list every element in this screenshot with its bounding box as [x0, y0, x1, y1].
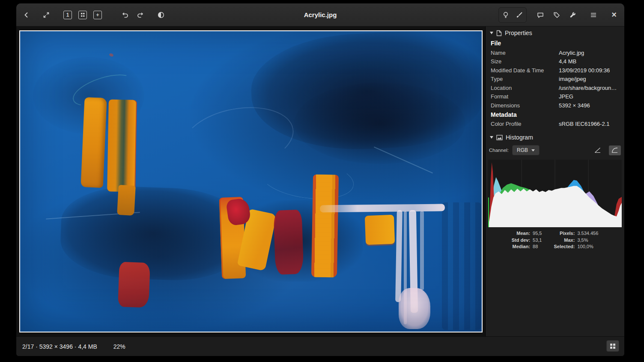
histogram-plot: [488, 160, 622, 227]
paint-stroke-orange: [311, 174, 338, 277]
chevron-down-icon: [531, 149, 535, 151]
stat-value: 95,5: [533, 231, 542, 236]
paint-drip-white: [395, 210, 402, 302]
metadata-heading: Metadata: [486, 110, 624, 120]
toolbar-left: 1 +: [20, 8, 168, 22]
histogram-display[interactable]: [488, 160, 622, 227]
headerbar: Acrylic.jpg 1 +: [16, 3, 624, 27]
property-value: 4,4 MB: [559, 58, 576, 65]
histogram-log-button[interactable]: [609, 145, 621, 155]
properties-section-header[interactable]: Properties: [486, 27, 624, 39]
zoom-in-icon: +: [93, 11, 102, 19]
property-value: /usr/share/background…: [559, 85, 619, 92]
property-row: Color Profile sRGB IEC61966-2.1: [486, 120, 624, 129]
paint-patch: [442, 202, 481, 330]
property-row: Modified Date & Time 13/09/2019 00:09:36: [486, 66, 624, 75]
histogram-section-header[interactable]: Histogram: [486, 131, 624, 143]
stat-label: Std dev:: [512, 237, 530, 243]
paint-stroke-orange: [80, 97, 107, 188]
property-value: sRGB IEC61966-2.1: [559, 121, 610, 128]
stat-label: Selected:: [554, 244, 575, 249]
property-value: 5392 × 3496: [559, 102, 590, 109]
property-row: Location /usr/share/background…: [486, 83, 624, 92]
comment-button[interactable]: [534, 8, 547, 22]
expand-arrows-icon: [42, 11, 50, 19]
paint-stroke-orange: [107, 99, 136, 192]
histogram-stats: Mean:95,5 Std dev:53,1 Median:88 Pixels:…: [486, 227, 624, 252]
property-value: Acrylic.jpg: [559, 50, 584, 56]
edit-button[interactable]: [513, 8, 526, 22]
property-value: 13/09/2019 00:09:36: [559, 67, 610, 74]
zoom-fit-button[interactable]: [76, 8, 89, 22]
stat-label: Max:: [554, 237, 575, 243]
tag-button[interactable]: [550, 8, 564, 22]
back-button[interactable]: [20, 8, 33, 22]
file-heading: File: [486, 39, 624, 48]
chevron-left-icon: [23, 11, 30, 19]
property-label: Color Profile: [491, 121, 559, 128]
paint-patch-red: [273, 210, 304, 275]
contrast-icon: [157, 11, 165, 19]
thumbnail-grid-button[interactable]: [606, 340, 619, 352]
undo-arrow-icon: [121, 11, 129, 19]
one-to-one-icon: 1: [63, 11, 72, 19]
wrench-icon: [569, 11, 577, 19]
channel-label: Channel:: [489, 148, 509, 153]
tools-button[interactable]: [566, 8, 580, 22]
paint-stroke-orange: [117, 185, 136, 216]
channel-dropdown[interactable]: RGB: [512, 145, 540, 155]
stat-label: Mean:: [512, 231, 530, 236]
document-icon: [496, 30, 502, 36]
paint-scratch: [257, 153, 356, 205]
fit-window-icon: [78, 11, 87, 19]
property-label: Modified Date & Time: [491, 67, 559, 74]
zoom-in-button[interactable]: +: [91, 8, 104, 22]
rotate-right-button[interactable]: [134, 8, 147, 22]
paint-patch: [59, 184, 246, 283]
photo-acrylic-painting: [20, 31, 482, 332]
rotate-button-group: [118, 8, 147, 22]
image-display[interactable]: [19, 30, 483, 332]
zoom-button-group: 1 +: [61, 8, 104, 22]
lightbulb-icon: [502, 11, 510, 19]
annotation-group: [534, 8, 580, 22]
image-viewer-canvas: [16, 27, 485, 336]
contrast-button[interactable]: [154, 8, 168, 22]
property-row: Format JPEG: [486, 92, 624, 101]
hamburger-menu-icon: [590, 11, 597, 19]
image-icon: [496, 135, 503, 140]
channel-value: RGB: [517, 147, 528, 153]
fullscreen-button[interactable]: [39, 8, 53, 22]
status-text: 2/17 · 5392 × 3496 · 4,4 MB: [22, 343, 97, 350]
sidebar-panel: Properties File Name Acrylic.jpg Size 4,…: [485, 27, 624, 336]
rotate-left-button[interactable]: [118, 8, 132, 22]
redo-arrow-icon: [137, 11, 144, 19]
property-label: Size: [491, 58, 559, 65]
property-label: Type: [491, 76, 559, 83]
zoom-level: 22%: [113, 343, 125, 350]
close-button[interactable]: ×: [607, 8, 621, 22]
menu-button[interactable]: [587, 8, 600, 22]
grid-icon: [610, 343, 616, 349]
paint-patch: [294, 83, 465, 164]
histogram-linear-button[interactable]: [592, 145, 604, 155]
property-row: Type image/jpeg: [486, 75, 624, 84]
toolbar-right: ×: [498, 7, 621, 23]
properties-section-title: Properties: [505, 30, 532, 36]
image-viewer-window: Acrylic.jpg 1 +: [16, 3, 624, 356]
stat-value: 3,5%: [577, 237, 598, 243]
comment-icon: [537, 11, 544, 19]
zoom-original-button[interactable]: 1: [61, 8, 75, 22]
lightbulb-button[interactable]: [499, 8, 513, 22]
stats-left-column: Mean:95,5 Std dev:53,1 Median:88: [512, 231, 542, 249]
histogram-section-title: Histogram: [506, 134, 533, 141]
property-label: Location: [491, 85, 559, 92]
view-tools-group: [498, 7, 527, 23]
paint-stroke-orange: [364, 215, 394, 245]
stat-value: 88: [533, 244, 542, 249]
paint-patch-pink: [399, 288, 430, 329]
property-row: Name Acrylic.jpg: [486, 48, 624, 57]
paint-drip-white: [420, 211, 424, 290]
property-label: Name: [491, 50, 559, 56]
channel-row: Channel: RGB: [486, 143, 624, 157]
